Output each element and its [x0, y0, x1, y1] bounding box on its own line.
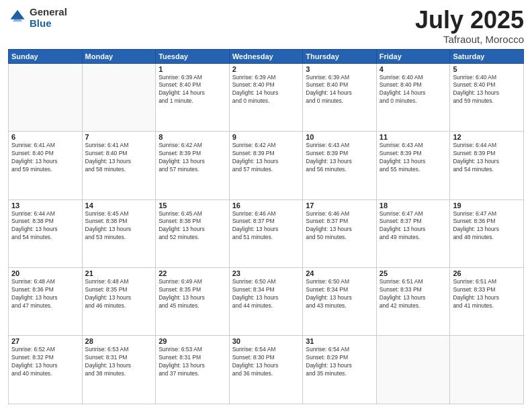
calendar-cell: 9Sunrise: 6:42 AMSunset: 8:39 PMDaylight…	[229, 132, 303, 199]
day-number: 19	[453, 201, 521, 210]
calendar-cell: 20Sunrise: 6:48 AMSunset: 8:36 PMDayligh…	[9, 268, 83, 336]
calendar-cell: 16Sunrise: 6:46 AMSunset: 8:37 PMDayligh…	[229, 199, 303, 267]
calendar-cell: 3Sunrise: 6:39 AMSunset: 8:40 PMDaylight…	[303, 63, 377, 131]
day-number: 17	[306, 201, 373, 210]
calendar-cell: 17Sunrise: 6:46 AMSunset: 8:37 PMDayligh…	[303, 199, 377, 267]
calendar-cell: 29Sunrise: 6:53 AMSunset: 8:31 PMDayligh…	[156, 336, 230, 404]
logo: General Blue	[8, 7, 67, 29]
day-info: Sunrise: 6:39 AMSunset: 8:40 PMDaylight:…	[232, 74, 300, 106]
day-number: 7	[85, 133, 153, 141]
col-friday: Friday	[376, 49, 450, 63]
day-info: Sunrise: 6:41 AMSunset: 8:40 PMDaylight:…	[11, 142, 79, 174]
calendar-cell: 23Sunrise: 6:50 AMSunset: 8:34 PMDayligh…	[229, 268, 303, 336]
day-number: 6	[11, 133, 79, 141]
calendar-cell: 8Sunrise: 6:42 AMSunset: 8:39 PMDaylight…	[156, 132, 230, 199]
calendar-cell: 25Sunrise: 6:51 AMSunset: 8:33 PMDayligh…	[376, 268, 450, 336]
calendar-cell: 26Sunrise: 6:51 AMSunset: 8:33 PMDayligh…	[450, 268, 524, 336]
day-info: Sunrise: 6:49 AMSunset: 8:35 PMDaylight:…	[159, 278, 226, 310]
calendar-week-4: 27Sunrise: 6:52 AMSunset: 8:32 PMDayligh…	[9, 336, 524, 404]
title-location: Tafraout, Morocco	[415, 34, 524, 45]
day-number: 25	[380, 269, 447, 277]
day-number: 15	[159, 201, 226, 210]
page: General Blue July 2025 Tafraout, Morocco…	[0, 0, 532, 411]
day-info: Sunrise: 6:54 AMSunset: 8:29 PMDaylight:…	[306, 346, 373, 378]
day-number: 26	[453, 269, 521, 277]
calendar-cell: 6Sunrise: 6:41 AMSunset: 8:40 PMDaylight…	[9, 132, 83, 199]
day-info: Sunrise: 6:40 AMSunset: 8:40 PMDaylight:…	[380, 74, 447, 106]
day-info: Sunrise: 6:53 AMSunset: 8:31 PMDaylight:…	[159, 346, 226, 378]
calendar-cell: 2Sunrise: 6:39 AMSunset: 8:40 PMDaylight…	[229, 63, 303, 131]
calendar-week-0: 1Sunrise: 6:39 AMSunset: 8:40 PMDaylight…	[9, 63, 524, 131]
day-info: Sunrise: 6:51 AMSunset: 8:33 PMDaylight:…	[453, 278, 521, 310]
day-info: Sunrise: 6:44 AMSunset: 8:39 PMDaylight:…	[453, 142, 521, 174]
calendar-cell: 5Sunrise: 6:40 AMSunset: 8:40 PMDaylight…	[450, 63, 524, 131]
calendar-cell: 18Sunrise: 6:47 AMSunset: 8:37 PMDayligh…	[376, 199, 450, 267]
logo-blue: Blue	[30, 18, 67, 30]
day-number: 8	[159, 133, 226, 141]
calendar-week-3: 20Sunrise: 6:48 AMSunset: 8:36 PMDayligh…	[9, 268, 524, 336]
day-number: 21	[85, 269, 153, 277]
day-number: 20	[11, 269, 79, 277]
day-info: Sunrise: 6:42 AMSunset: 8:39 PMDaylight:…	[232, 142, 300, 174]
day-number: 31	[306, 337, 373, 345]
calendar-cell: 30Sunrise: 6:54 AMSunset: 8:30 PMDayligh…	[229, 336, 303, 404]
calendar-cell: 15Sunrise: 6:45 AMSunset: 8:38 PMDayligh…	[156, 199, 230, 267]
day-number: 28	[85, 337, 153, 345]
day-info: Sunrise: 6:39 AMSunset: 8:40 PMDaylight:…	[159, 74, 226, 106]
day-number: 22	[159, 269, 226, 277]
col-thursday: Thursday	[303, 49, 377, 63]
calendar: Sunday Monday Tuesday Wednesday Thursday…	[8, 49, 524, 404]
day-number: 5	[453, 65, 521, 73]
calendar-cell: 27Sunrise: 6:52 AMSunset: 8:32 PMDayligh…	[9, 336, 83, 404]
day-info: Sunrise: 6:53 AMSunset: 8:31 PMDaylight:…	[85, 346, 153, 378]
title-month: July 2025	[415, 7, 524, 34]
col-tuesday: Tuesday	[156, 49, 230, 63]
day-number: 27	[11, 337, 79, 345]
col-sunday: Sunday	[9, 49, 83, 63]
day-info: Sunrise: 6:47 AMSunset: 8:36 PMDaylight:…	[453, 210, 521, 242]
calendar-week-1: 6Sunrise: 6:41 AMSunset: 8:40 PMDaylight…	[9, 132, 524, 199]
day-info: Sunrise: 6:47 AMSunset: 8:37 PMDaylight:…	[380, 210, 447, 242]
day-info: Sunrise: 6:44 AMSunset: 8:38 PMDaylight:…	[11, 210, 79, 242]
day-info: Sunrise: 6:39 AMSunset: 8:40 PMDaylight:…	[306, 74, 373, 106]
day-info: Sunrise: 6:51 AMSunset: 8:33 PMDaylight:…	[380, 278, 447, 310]
day-info: Sunrise: 6:52 AMSunset: 8:32 PMDaylight:…	[11, 346, 79, 378]
day-number: 9	[232, 133, 300, 141]
calendar-cell: 14Sunrise: 6:45 AMSunset: 8:38 PMDayligh…	[82, 199, 156, 267]
calendar-cell: 7Sunrise: 6:41 AMSunset: 8:40 PMDaylight…	[82, 132, 156, 199]
calendar-cell: 13Sunrise: 6:44 AMSunset: 8:38 PMDayligh…	[9, 199, 83, 267]
day-number: 13	[11, 201, 79, 210]
day-info: Sunrise: 6:46 AMSunset: 8:37 PMDaylight:…	[306, 210, 373, 242]
day-number: 3	[306, 65, 373, 73]
logo-text: General Blue	[30, 7, 67, 29]
header: General Blue July 2025 Tafraout, Morocco	[8, 7, 524, 45]
day-info: Sunrise: 6:42 AMSunset: 8:39 PMDaylight:…	[159, 142, 226, 174]
day-info: Sunrise: 6:50 AMSunset: 8:34 PMDaylight:…	[306, 278, 373, 310]
day-number: 12	[453, 133, 521, 141]
day-number: 30	[232, 337, 300, 345]
calendar-cell	[450, 336, 524, 404]
calendar-cell	[9, 63, 83, 131]
day-number: 23	[232, 269, 300, 277]
day-info: Sunrise: 6:46 AMSunset: 8:37 PMDaylight:…	[232, 210, 300, 242]
day-info: Sunrise: 6:50 AMSunset: 8:34 PMDaylight:…	[232, 278, 300, 310]
day-number: 24	[306, 269, 373, 277]
calendar-cell: 12Sunrise: 6:44 AMSunset: 8:39 PMDayligh…	[450, 132, 524, 199]
calendar-week-2: 13Sunrise: 6:44 AMSunset: 8:38 PMDayligh…	[9, 199, 524, 267]
col-wednesday: Wednesday	[229, 49, 303, 63]
calendar-cell: 4Sunrise: 6:40 AMSunset: 8:40 PMDaylight…	[376, 63, 450, 131]
calendar-cell: 21Sunrise: 6:48 AMSunset: 8:35 PMDayligh…	[82, 268, 156, 336]
day-number: 18	[380, 201, 447, 210]
day-number: 4	[380, 65, 447, 73]
calendar-cell: 10Sunrise: 6:43 AMSunset: 8:39 PMDayligh…	[303, 132, 377, 199]
calendar-header-row: Sunday Monday Tuesday Wednesday Thursday…	[9, 49, 524, 63]
day-number: 14	[85, 201, 153, 210]
day-number: 1	[159, 65, 226, 73]
day-info: Sunrise: 6:48 AMSunset: 8:35 PMDaylight:…	[85, 278, 153, 310]
calendar-cell: 31Sunrise: 6:54 AMSunset: 8:29 PMDayligh…	[303, 336, 377, 404]
calendar-cell	[82, 63, 156, 131]
calendar-cell: 24Sunrise: 6:50 AMSunset: 8:34 PMDayligh…	[303, 268, 377, 336]
day-info: Sunrise: 6:43 AMSunset: 8:39 PMDaylight:…	[380, 142, 447, 174]
logo-icon	[8, 9, 27, 28]
col-monday: Monday	[82, 49, 156, 63]
